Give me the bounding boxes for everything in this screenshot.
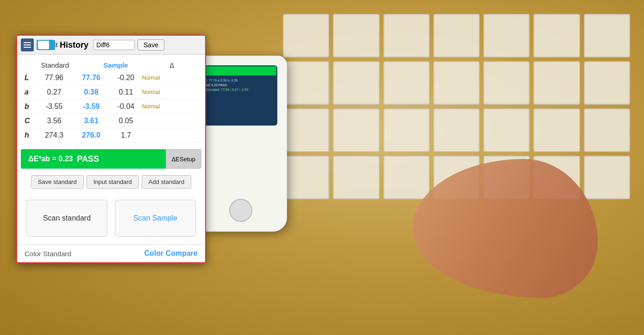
scan-area: Scan standard Scan Sample: [17, 192, 205, 244]
measuring-device: L 77.76 a 0.38 b -3.59 ΔE 0.23 PASS Stan…: [194, 56, 287, 232]
standard-a: 0.27: [36, 88, 73, 96]
status-a: Normal: [142, 89, 170, 95]
table-row: C 3.56 3.61 0.05: [25, 114, 198, 128]
status-b: Normal: [142, 103, 170, 110]
row-label-L: L: [25, 74, 36, 82]
tab-color-compare[interactable]: Color Compare: [144, 249, 198, 258]
ui-panel: History Save Standard Sample Δ L 77.96 7…: [16, 35, 206, 263]
table-row: a 0.27 0.38 0.11 Normal: [25, 85, 198, 100]
panel-footer: Color Standard Color Compare: [17, 244, 205, 262]
name-input[interactable]: [93, 40, 135, 50]
standard-buttons: Save standard Input standard Add standar…: [17, 171, 205, 192]
delta-a: 0.11: [110, 88, 142, 96]
scan-standard-button[interactable]: Scan standard: [26, 200, 107, 237]
delta-e-bar: ΔE*ab = 0.23 PASS ΔESetup: [21, 149, 201, 169]
device-screen: L 77.76 a 0.38 b -3.59 ΔE 0.23 PASS Stan…: [204, 65, 277, 126]
standard-C: 3.56: [36, 117, 73, 125]
scan-sample-button[interactable]: Scan Sample: [115, 200, 196, 237]
row-label-h: h: [25, 131, 36, 139]
col-header-sample: Sample: [97, 61, 134, 69]
add-standard-button[interactable]: Add standard: [142, 175, 191, 189]
input-standard-button[interactable]: Input standard: [87, 175, 139, 189]
delta-L: -0.20: [110, 74, 142, 82]
status-L: Normal: [142, 75, 170, 81]
frames-grid: [283, 14, 630, 199]
delta-h: 1.7: [110, 131, 142, 139]
col-header-delta: Δ: [158, 61, 186, 69]
pass-badge: PASS: [77, 154, 99, 164]
standard-L: 77.96: [36, 74, 73, 82]
save-button[interactable]: Save: [138, 39, 164, 51]
table-row: h 274.3 276.0 1.7: [25, 128, 198, 143]
menu-button[interactable]: [21, 38, 34, 51]
table-row: L 77.96 77.76 -0.20 Normal: [25, 71, 198, 85]
sample-a: 0.38: [73, 88, 110, 96]
sample-b: -3.59: [73, 102, 110, 111]
delta-C: 0.05: [110, 117, 142, 125]
col-header-standard: Standard: [37, 61, 74, 69]
panel-header: History Save: [17, 36, 205, 55]
table-row: b -3.55 -3.59 -0.04 Normal: [25, 100, 198, 114]
row-label-b: b: [25, 102, 36, 111]
data-table: Standard Sample Δ L 77.96 77.76 -0.20 No…: [17, 55, 205, 146]
tab-color-standard[interactable]: Color Standard: [25, 250, 71, 258]
delta-e-value: ΔE*ab = 0.23 PASS: [21, 149, 166, 169]
sample-C: 3.61: [73, 117, 110, 125]
row-label-a: a: [25, 88, 36, 96]
history-button[interactable]: History: [58, 39, 90, 51]
standard-b: -3.55: [36, 102, 73, 111]
standard-h: 274.3: [36, 131, 73, 139]
battery-icon: [37, 40, 55, 50]
delta-e-setup-button[interactable]: ΔESetup: [166, 149, 201, 169]
delta-b: -0.04: [110, 102, 142, 111]
table-header-row: Standard Sample Δ: [25, 58, 198, 71]
sample-L: 77.76: [73, 74, 110, 82]
sample-h: 276.0: [73, 131, 110, 139]
row-label-C: C: [25, 117, 36, 125]
save-standard-button[interactable]: Save standard: [31, 175, 84, 189]
